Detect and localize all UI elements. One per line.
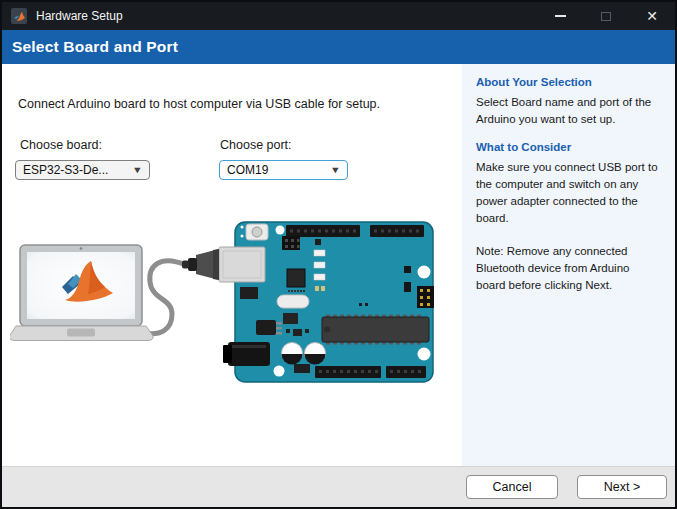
minimize-icon (555, 15, 566, 17)
what-to-consider-heading: What to Consider (476, 139, 661, 156)
cancel-button[interactable]: Cancel (466, 475, 558, 499)
port-dropdown-value: COM19 (227, 163, 268, 177)
board-dropdown-value: ESP32-S3-De... (23, 163, 108, 177)
board-dropdown[interactable]: ESP32-S3-De... ▼ (15, 160, 150, 180)
instruction-text: Connect Arduino board to host computer v… (18, 97, 380, 111)
chevron-down-icon: ▼ (330, 165, 341, 175)
close-button[interactable]: ✕ (629, 2, 675, 30)
window-title: Hardware Setup (36, 9, 123, 23)
page-title: Select Board and Port (12, 38, 178, 56)
about-selection-heading: About Your Selection (476, 74, 661, 91)
usb-cable (144, 261, 186, 334)
board-label: Choose board: (20, 138, 102, 152)
minimize-button[interactable] (537, 2, 583, 30)
chevron-down-icon: ▼ (132, 165, 143, 175)
port-label: Choose port: (220, 138, 292, 152)
usb-plug (182, 247, 265, 282)
what-to-consider-body: Make sure you connect USB port to the co… (476, 159, 661, 227)
page-header: Select Board and Port (2, 30, 675, 64)
laptop-illustration (10, 245, 153, 341)
title-bar: Hardware Setup ✕ (2, 2, 675, 30)
next-button[interactable]: Next > (577, 475, 667, 499)
window-controls: ✕ (537, 2, 675, 30)
port-dropdown[interactable]: COM19 ▼ (219, 160, 348, 180)
matlab-app-icon (11, 8, 27, 24)
bluetooth-note: Note: Remove any connected Bluetooth dev… (476, 243, 661, 294)
hardware-setup-window: Hardware Setup ✕ Select Board and Port C… (0, 0, 677, 509)
microcontroller-chip-icon (322, 315, 429, 345)
about-selection-body: Select Board name and port of the Arduin… (476, 94, 661, 128)
footer-bar: Cancel Next > (2, 466, 675, 507)
content-area: Connect Arduino board to host computer v… (2, 64, 675, 466)
connection-illustration (10, 214, 450, 464)
maximize-button (583, 2, 629, 30)
touchpad (67, 329, 95, 337)
webcam-dot (80, 247, 83, 250)
help-sidebar: About Your Selection Select Board name a… (462, 64, 675, 466)
main-panel: Connect Arduino board to host computer v… (2, 64, 462, 466)
close-icon: ✕ (646, 9, 658, 23)
arduino-board-illustration (223, 222, 434, 382)
maximize-icon (601, 12, 611, 21)
power-jack-icon (223, 342, 270, 366)
